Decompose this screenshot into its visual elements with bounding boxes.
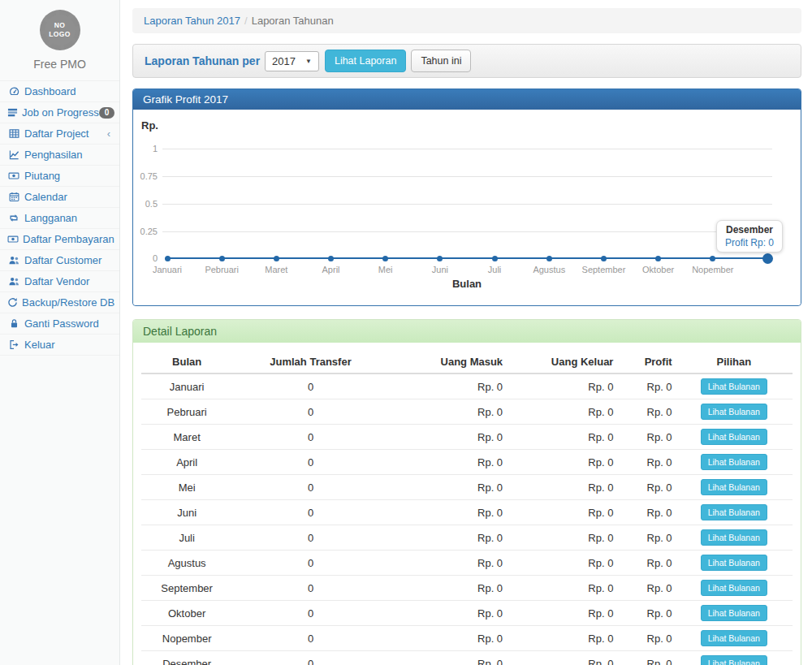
cell-uang-masuk: Rp. 0 [389,425,506,450]
chart-point[interactable] [601,256,607,261]
cell-uang-masuk: Rp. 0 [389,651,506,665]
sidebar-item-daftar-customer[interactable]: Daftar Customer [0,250,119,271]
lihat-bulanan-button[interactable]: Lihat Bulanan [701,630,767,646]
cell-pilihan: Lihat Bulanan [676,500,793,525]
cell-jumlah-transfer: 0 [232,551,388,576]
chart-point[interactable] [762,253,773,264]
tahun-ini-button[interactable]: Tahun ini [411,50,471,72]
chart-point[interactable] [219,256,225,261]
sidebar-item-label: Dashboard [24,85,112,97]
lihat-bulanan-button[interactable]: Lihat Bulanan [701,504,767,520]
y-tick-label: 0.75 [133,171,158,181]
cell-bulan: Desember [141,651,232,665]
app-logo: NO LOGO [40,10,80,50]
cell-pilihan: Lihat Bulanan [676,525,793,551]
cell-pilihan: Lihat Bulanan [676,399,793,425]
lihat-bulanan-button[interactable]: Lihat Bulanan [701,529,767,546]
cell-bulan: September [141,576,232,601]
dashboard-icon [7,86,20,97]
cell-uang-keluar: Rp. 0 [506,374,616,399]
lock-icon [7,318,20,329]
table-row: Oktober0Rp. 0Rp. 0Rp. 0Lihat Bulanan [141,601,793,626]
cell-uang-keluar: Rp. 0 [506,500,616,525]
chart-panel: Grafik Profit 2017 Rp. Bulan Desember Pr… [132,89,801,306]
chart-gridline [162,231,772,232]
page: NO LOGO Free PMO DashboardJob on Progres… [0,0,812,665]
y-tick-label: 0 [133,253,158,263]
sidebar-item-label: Job on Progress [22,106,99,119]
cell-profit: Rp. 0 [616,551,675,576]
cell-uang-keluar: Rp. 0 [506,576,616,601]
year-select[interactable]: 2017 ▼ [265,51,319,71]
cell-uang-keluar: Rp. 0 [506,450,616,475]
chevron-left-icon: ‹ [107,128,112,139]
sidebar-item-job-on-progress[interactable]: Job on Progress0 [0,102,119,123]
sidebar-item-daftar-project[interactable]: Daftar Project‹ [0,123,119,145]
lihat-bulanan-button[interactable]: Lihat Bulanan [701,580,767,596]
cell-profit: Rp. 0 [616,601,675,626]
cell-uang-masuk: Rp. 0 [389,576,506,601]
cell-jumlah-transfer: 0 [232,475,388,500]
column-header-uang-masuk: Uang Masuk [389,351,506,374]
lihat-bulanan-button[interactable]: Lihat Bulanan [701,555,767,571]
lihat-bulanan-button[interactable]: Lihat Bulanan [701,479,767,495]
sidebar-item-langganan[interactable]: Langganan [0,208,119,229]
cell-uang-keluar: Rp. 0 [506,425,616,450]
lihat-bulanan-button[interactable]: Lihat Bulanan [701,404,767,420]
chart-point[interactable] [546,256,552,261]
sidebar-item-backup-restore-db[interactable]: Backup/Restore DB [0,292,119,313]
sidebar-item-calendar[interactable]: Calendar [0,187,119,208]
chart-panel-title: Grafik Profit 2017 [133,89,801,110]
chart-point[interactable] [328,256,334,261]
cell-profit: Rp. 0 [616,626,675,651]
chart-point[interactable] [655,256,661,261]
cell-jumlah-transfer: 0 [232,525,388,551]
cell-pilihan: Lihat Bulanan [676,450,793,475]
column-header-bulan: Bulan [141,351,232,374]
cell-uang-keluar: Rp. 0 [506,551,616,576]
lihat-bulanan-button[interactable]: Lihat Bulanan [701,378,767,395]
lihat-laporan-button[interactable]: Lihat Laporan [325,50,406,72]
cell-profit: Rp. 0 [616,576,675,601]
cell-bulan: Januari [141,374,232,399]
cell-uang-masuk: Rp. 0 [389,626,506,651]
sidebar-item-keluar[interactable]: Keluar [0,335,119,356]
detail-panel-title: Detail Laporan [133,320,801,343]
chart-point[interactable] [710,256,715,261]
sidebar-item-dashboard[interactable]: Dashboard [0,81,119,102]
lihat-bulanan-button[interactable]: Lihat Bulanan [701,454,767,470]
sidebar-item-daftar-pembayaran[interactable]: Daftar Pembayaran [0,229,119,250]
sidebar-item-penghasilan[interactable]: Penghasilan [0,145,119,166]
cell-jumlah-transfer: 0 [232,651,388,665]
cell-bulan: Oktober [141,601,232,626]
cell-pilihan: Lihat Bulanan [676,626,793,651]
sidebar-item-piutang[interactable]: Piutang [0,166,119,187]
cell-uang-keluar: Rp. 0 [506,626,616,651]
table-row: Nopember0Rp. 0Rp. 0Rp. 0Lihat Bulanan [141,626,793,651]
table-row: September0Rp. 0Rp. 0Rp. 0Lihat Bulanan [141,576,793,601]
chart-point[interactable] [165,256,171,261]
lihat-bulanan-button[interactable]: Lihat Bulanan [701,605,767,621]
chart-point[interactable] [382,256,388,261]
cell-pilihan: Lihat Bulanan [676,425,793,450]
cell-jumlah-transfer: 0 [232,500,388,525]
cell-bulan: Maret [141,425,232,450]
tooltip-title: Desember [725,224,774,235]
breadcrumb-link[interactable]: Laporan Tahun 2017 [144,15,240,27]
column-header-profit: Profit [616,351,675,374]
lihat-bulanan-button[interactable]: Lihat Bulanan [701,655,767,665]
breadcrumb-separator: / [244,15,248,27]
tooltip-value: Profit Rp: 0 [725,237,774,248]
money-icon [7,171,20,181]
cell-uang-masuk: Rp. 0 [389,500,506,525]
detail-panel: Detail Laporan BulanJumlah TransferUang … [132,319,801,665]
lihat-bulanan-button[interactable]: Lihat Bulanan [701,429,767,445]
sidebar-item-ganti-password[interactable]: Ganti Password [0,313,119,335]
chart-point[interactable] [437,256,443,261]
cell-jumlah-transfer: 0 [232,601,388,626]
cell-uang-keluar: Rp. 0 [506,399,616,425]
cell-pilihan: Lihat Bulanan [676,601,793,626]
chart-point[interactable] [274,256,279,261]
chart-point[interactable] [492,256,498,261]
sidebar-item-daftar-vendor[interactable]: Daftar Vendor [0,271,119,292]
